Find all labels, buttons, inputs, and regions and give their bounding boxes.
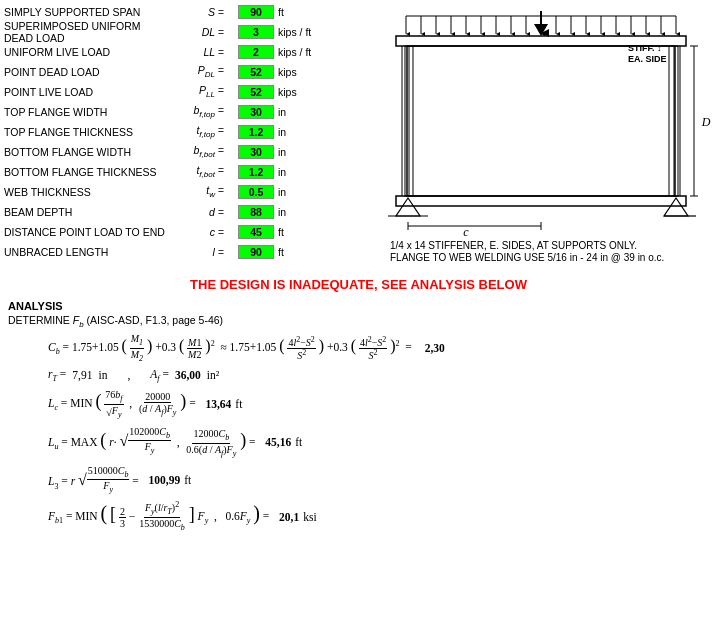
- value-webthick[interactable]: 0.5: [238, 185, 274, 199]
- unit-ll: kips / ft: [278, 46, 311, 58]
- symbol-dl: DL =: [169, 26, 224, 38]
- lc-formula: Lc = MIN ( 76bf√Fy , 20000(d / Af)Fy ) =: [48, 389, 201, 420]
- af-unit: in²: [207, 369, 219, 381]
- lc-result: 13,64: [205, 398, 231, 410]
- rt-value: 7,91: [72, 369, 92, 381]
- value-pdl[interactable]: 52: [238, 65, 274, 79]
- af-value: 36,00: [175, 369, 201, 381]
- unit-depth: in: [278, 206, 286, 218]
- label-pdl: POINT DEAD LOAD: [4, 66, 169, 78]
- unit-span: ft: [278, 6, 284, 18]
- symbol-pll: PLL =: [169, 84, 224, 99]
- svg-marker-0: [396, 198, 420, 216]
- value-ll[interactable]: 2: [238, 45, 274, 59]
- unit-webthick: in: [278, 186, 286, 198]
- analysis-sub: DETERMINE Fb (AISC-ASD, F1.3, page 5-46): [8, 314, 709, 329]
- unit-dl: kips / ft: [278, 26, 311, 38]
- label-dl: SUPERIMPOSED UNIFORM DEAD LOAD: [4, 20, 169, 44]
- fb1-unit: ksi: [303, 511, 316, 523]
- symbol-span: S =: [169, 6, 224, 18]
- beam-note2: FLANGE TO WEB WELDING USE 5/16 in - 24 i…: [386, 252, 711, 263]
- unit-bfwidth: in: [278, 146, 286, 158]
- svg-rect-7: [407, 46, 675, 196]
- symbol-dist: c =: [169, 226, 224, 238]
- label-ll: UNIFORM LIVE LOAD: [4, 46, 169, 58]
- label-pll: POINT LIVE LOAD: [4, 86, 169, 98]
- value-bfwidth[interactable]: 30: [238, 145, 274, 159]
- lu-result: 45,16: [265, 436, 291, 448]
- lc-unit: ft: [235, 398, 242, 410]
- row-bfthick: BOTTOM FLANGE THICKNESS tf,bot = 1.2 in: [4, 162, 376, 181]
- value-depth[interactable]: 88: [238, 205, 274, 219]
- symbol-tfwidth: bf,top =: [169, 104, 224, 119]
- value-dist[interactable]: 45: [238, 225, 274, 239]
- symbol-unbraced: l =: [169, 246, 224, 258]
- unit-pdl: kips: [278, 66, 297, 78]
- svg-marker-34: [534, 24, 548, 36]
- value-unbraced[interactable]: 90: [238, 245, 274, 259]
- unit-dist: ft: [278, 226, 284, 238]
- label-tfthick: TOP FLANGE THICKNESS: [4, 126, 169, 138]
- label-depth: BEAM DEPTH: [4, 206, 169, 218]
- symbol-pdl: PDL =: [169, 64, 224, 79]
- symbol-webthick: tw =: [169, 184, 224, 199]
- svg-rect-8: [396, 196, 686, 206]
- l3-result: 100,99: [149, 474, 181, 486]
- unit-tfwidth: in: [278, 106, 286, 118]
- value-tfwidth[interactable]: 30: [238, 105, 274, 119]
- svg-text:EA. SIDE: EA. SIDE: [628, 54, 667, 64]
- label-bfthick: BOTTOM FLANGE THICKNESS: [4, 166, 169, 178]
- l3-formula: L3 = r √ 510000Cb Fy =: [48, 465, 145, 496]
- svg-text:D: D: [701, 115, 711, 129]
- symbol-bfthick: tf,bot =: [169, 164, 224, 179]
- right-panel: c S D STIFF. ↕ EA. SIDE 1/4 x 14 STIFFEN…: [380, 0, 717, 269]
- beam-note1: 1/4 x 14 STIFFENER, E. SIDES, AT SUPPORT…: [386, 240, 711, 251]
- row-tfwidth: TOP FLANGE WIDTH bf,top = 30 in: [4, 102, 376, 121]
- cb-result: 2,30: [425, 342, 445, 354]
- lu-unit: ft: [295, 436, 302, 448]
- row-ll: UNIFORM LIVE LOAD LL = 2 kips / ft: [4, 42, 376, 61]
- row-pdl: POINT DEAD LOAD PDL = 52 kips: [4, 62, 376, 81]
- fb1-formula: Fb1 = MIN ( [ 2 3 − Fy(l/rT)2 1530000Cb …: [48, 501, 275, 533]
- svg-text:STIFF. ↕: STIFF. ↕: [628, 43, 662, 53]
- unit-unbraced: ft: [278, 246, 284, 258]
- beam-diagram: c S D STIFF. ↕ EA. SIDE: [386, 6, 716, 236]
- value-tfthick[interactable]: 1.2: [238, 125, 274, 139]
- row-pll: POINT LIVE LOAD PLL = 52 kips: [4, 82, 376, 101]
- af-label: Af =: [150, 368, 169, 383]
- l3-unit: ft: [184, 474, 191, 486]
- unit-pll: kips: [278, 86, 297, 98]
- label-span: SIMPLY SUPPORTED SPAN: [4, 6, 169, 18]
- label-tfwidth: TOP FLANGE WIDTH: [4, 106, 169, 118]
- warning-text: THE DESIGN IS INADEQUATE, SEE ANALYSIS B…: [0, 277, 717, 292]
- diagram: c S D STIFF. ↕ EA. SIDE 1/4 x 14 STIFFEN…: [384, 2, 713, 267]
- symbol-bfwidth: bf,bot =: [169, 144, 224, 159]
- row-webthick: WEB THICKNESS tw = 0.5 in: [4, 182, 376, 201]
- symbol-depth: d =: [169, 206, 224, 218]
- row-dist: DISTANCE POINT LOAD TO END c = 45 ft: [4, 222, 376, 241]
- svg-text:c: c: [463, 225, 469, 236]
- label-bfwidth: BOTTOM FLANGE WIDTH: [4, 146, 169, 158]
- unit-bfthick: in: [278, 166, 286, 178]
- value-span[interactable]: 90: [238, 5, 274, 19]
- row-unbraced: UNBRACED LENGTH l = 90 ft: [4, 242, 376, 261]
- svg-marker-1: [664, 198, 688, 216]
- symbol-tfthick: tf,top =: [169, 124, 224, 139]
- symbol-ll: LL =: [169, 46, 224, 58]
- cb-formula: Cb = 1.75+1.05 ( M1M2 ) +0.3 ( M1M2 )2 ≈…: [48, 333, 415, 364]
- row-dl: SUPERIMPOSED UNIFORM DEAD LOAD DL = 3 ki…: [4, 22, 376, 41]
- rt-label: rT =: [48, 368, 66, 383]
- row-span: SIMPLY SUPPORTED SPAN S = 90 ft: [4, 2, 376, 21]
- lu-formula: Lu = MAX ( r· √ 102000Cb Fy , 12000Cb 0.…: [48, 426, 261, 459]
- row-bfwidth: BOTTOM FLANGE WIDTH bf,bot = 30 in: [4, 142, 376, 161]
- label-dist: DISTANCE POINT LOAD TO END: [4, 226, 169, 238]
- value-dl[interactable]: 3: [238, 25, 274, 39]
- value-bfthick[interactable]: 1.2: [238, 165, 274, 179]
- label-unbraced: UNBRACED LENGTH: [4, 246, 169, 258]
- row-tfthick: TOP FLANGE THICKNESS tf,top = 1.2 in: [4, 122, 376, 141]
- analysis-header: ANALYSIS: [8, 300, 709, 312]
- row-depth: BEAM DEPTH d = 88 in: [4, 202, 376, 221]
- fb1-result: 20,1: [279, 511, 299, 523]
- value-pll[interactable]: 52: [238, 85, 274, 99]
- unit-tfthick: in: [278, 126, 286, 138]
